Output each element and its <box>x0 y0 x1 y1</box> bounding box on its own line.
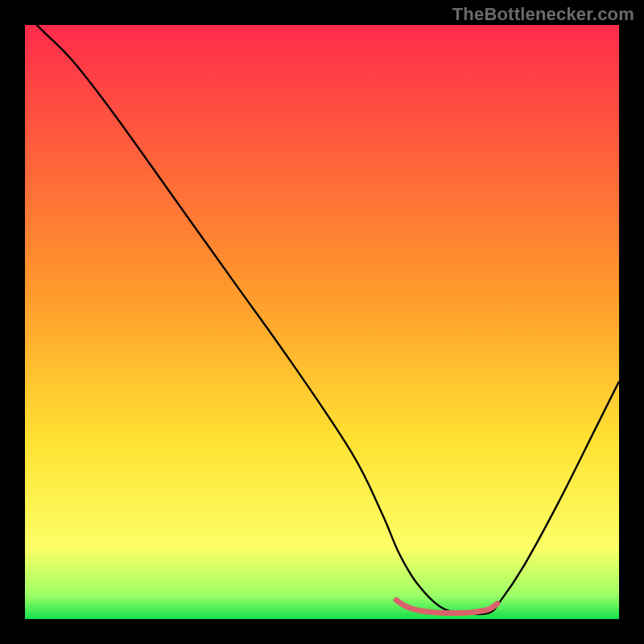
chart-frame: TheBottlenecker.com <box>0 0 644 644</box>
watermark-text: TheBottlenecker.com <box>452 4 634 25</box>
plot-area <box>25 25 619 619</box>
chart-svg <box>25 25 619 619</box>
